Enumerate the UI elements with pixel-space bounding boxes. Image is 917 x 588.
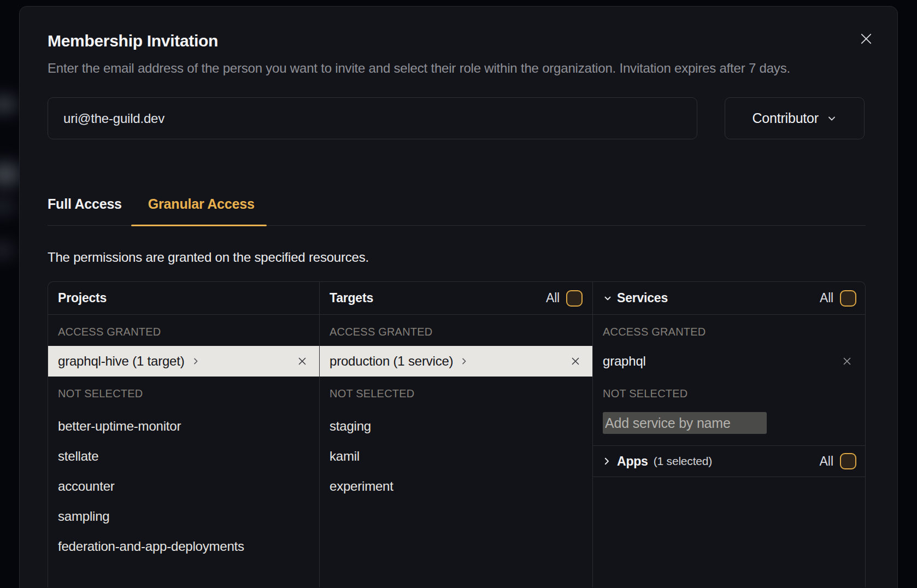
background-blur-blob <box>0 195 22 219</box>
remove-project-icon[interactable] <box>296 355 308 367</box>
selected-project-label: graphql-hive (1 target) <box>58 354 185 369</box>
targets-all-wrap: All <box>546 290 583 307</box>
services-all-checkbox[interactable] <box>840 290 856 307</box>
project-list-item[interactable]: accounter <box>48 471 319 501</box>
chevron-down-icon <box>826 113 837 124</box>
apps-row[interactable]: Apps (1 selected) All <box>593 445 866 477</box>
role-dropdown[interactable]: Contributor <box>725 97 865 139</box>
targets-all-checkbox[interactable] <box>566 290 583 307</box>
tab-full-access[interactable]: Full Access <box>48 196 133 225</box>
permissions-note: The permissions are granted on the speci… <box>48 250 865 265</box>
services-all-label: All <box>820 291 833 305</box>
remove-target-icon[interactable] <box>569 355 581 367</box>
access-granted-label: ACCESS GRANTED <box>48 315 319 346</box>
project-list-item[interactable]: sampling <box>48 501 319 531</box>
targets-column: Targets All ACCESS GRANTED production (1… <box>320 282 593 587</box>
resources-table: Projects ACCESS GRANTED graphql-hive (1 … <box>48 281 866 587</box>
granted-service-row[interactable]: graphql <box>593 346 866 377</box>
membership-invitation-modal: Membership Invitation Enter the email ad… <box>19 6 898 588</box>
chevron-right-icon <box>191 357 200 366</box>
not-selected-label: NOT SELECTED <box>593 377 866 408</box>
selected-target-row[interactable]: production (1 service) <box>320 346 592 377</box>
access-granted-label: ACCESS GRANTED <box>320 315 592 346</box>
not-selected-label: NOT SELECTED <box>48 377 319 408</box>
chevron-right-icon <box>602 456 612 466</box>
projects-column-header: Projects <box>48 282 319 315</box>
access-granted-label: ACCESS GRANTED <box>593 315 866 346</box>
services-column: Services All ACCESS GRANTED graphql NOT … <box>593 282 866 587</box>
selected-project-row[interactable]: graphql-hive (1 target) <box>48 346 319 377</box>
email-input[interactable] <box>48 97 697 139</box>
apps-all-label: All <box>819 454 833 469</box>
projects-title: Projects <box>58 291 107 305</box>
apps-count: (1 selected) <box>654 455 712 468</box>
remove-service-icon[interactable] <box>841 355 853 367</box>
target-list-item[interactable]: kamil <box>320 441 592 471</box>
targets-title: Targets <box>330 291 373 305</box>
project-list-item[interactable]: federation-and-app-deployments <box>48 531 319 561</box>
apps-title: Apps <box>617 454 648 469</box>
modal-title: Membership Invitation <box>48 32 865 50</box>
apps-all-checkbox[interactable] <box>840 453 856 469</box>
targets-all-label: All <box>546 291 560 305</box>
targets-not-selected-list: staging kamil experiment <box>320 411 592 501</box>
granted-service-label: graphql <box>603 354 646 369</box>
apps-all-wrap: All <box>819 453 856 469</box>
access-tabs: Full Access Granular Access <box>48 196 866 226</box>
close-icon[interactable] <box>857 30 875 48</box>
chevron-down-icon <box>603 293 613 303</box>
services-title: Services <box>617 291 668 305</box>
add-service-input[interactable] <box>603 412 767 434</box>
project-list-item[interactable]: stellate <box>48 441 319 471</box>
chevron-right-icon <box>460 357 468 366</box>
invite-row: Contributor <box>48 97 865 139</box>
not-selected-label: NOT SELECTED <box>320 377 592 408</box>
selected-target-label: production (1 service) <box>330 354 453 369</box>
target-list-item[interactable]: experiment <box>320 471 592 501</box>
projects-column: Projects ACCESS GRANTED graphql-hive (1 … <box>48 282 320 587</box>
role-dropdown-value: Contributor <box>752 110 818 126</box>
services-all-wrap: All <box>820 290 856 307</box>
background-blur-blob <box>0 239 20 261</box>
projects-not-selected-list: better-uptime-monitor stellate accounter… <box>48 411 319 561</box>
tab-granular-access[interactable]: Granular Access <box>139 196 263 225</box>
targets-column-header: Targets All <box>320 282 592 315</box>
project-list-item[interactable]: better-uptime-monitor <box>48 411 319 441</box>
target-list-item[interactable]: staging <box>320 411 592 441</box>
services-column-header[interactable]: Services All <box>593 282 866 315</box>
modal-description: Enter the email address of the person yo… <box>48 58 865 79</box>
